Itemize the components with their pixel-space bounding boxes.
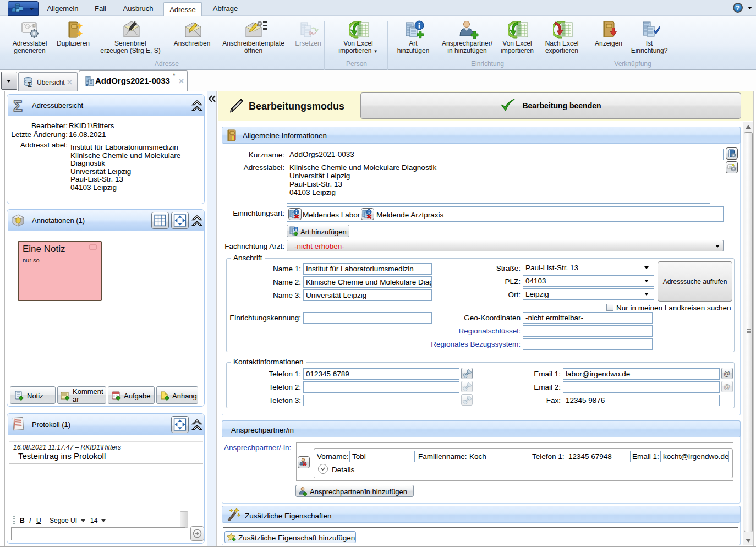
svg-text:Σ: Σ — [28, 80, 32, 87]
svg-text:Σ: Σ — [13, 97, 23, 114]
